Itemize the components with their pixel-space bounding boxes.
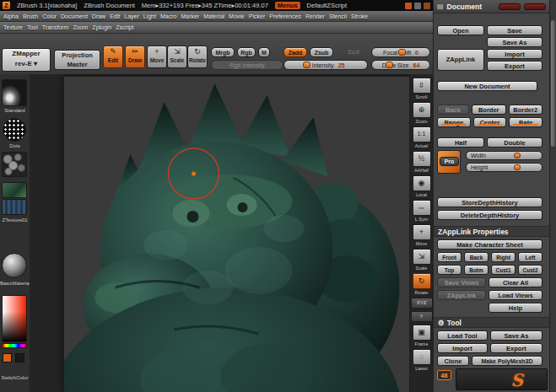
tool-import-button[interactable]: Import	[437, 343, 488, 353]
menu-item[interactable]: Brush	[23, 13, 38, 19]
slider-thumb[interactable]	[398, 49, 406, 56]
xyz-button[interactable]: XYZ	[411, 298, 433, 309]
shelf-rotate[interactable]: ↻ Rotate	[413, 273, 431, 296]
titlebar-gray-icon[interactable]	[414, 3, 421, 9]
tool-export-button[interactable]: Export	[490, 343, 543, 353]
menu-item[interactable]: Zscript	[116, 24, 133, 30]
menu-item[interactable]: Light	[143, 13, 156, 19]
aahalf-icon[interactable]: ½	[413, 151, 431, 167]
view-cust1-button[interactable]: Cust1	[491, 265, 516, 275]
tool-save-as-button[interactable]: Save As	[490, 330, 543, 341]
y-axis-button[interactable]: Y	[411, 311, 433, 322]
scrollbar-thumb[interactable]	[551, 20, 555, 147]
view-back-button[interactable]: Back	[464, 252, 489, 262]
menu-item[interactable]: Tool	[27, 24, 38, 30]
slider-thumb[interactable]	[514, 153, 521, 158]
mrgb-button[interactable]: Mrgb	[211, 47, 235, 57]
move-3d-icon[interactable]: +	[413, 224, 431, 240]
shelf-actual[interactable]: 1:1 Actual	[413, 126, 431, 149]
current-material-thumbnail[interactable]	[2, 253, 27, 278]
main-color-swatch[interactable]	[3, 353, 12, 362]
half-button[interactable]: Half	[437, 137, 484, 148]
menu-item[interactable]: Layer	[124, 13, 139, 19]
shelf-scroll[interactable]: ⇳ Scroll	[413, 78, 431, 100]
tool-palette-header[interactable]: ⚙ Tool	[434, 317, 549, 328]
center-slider[interactable]: Center	[473, 117, 507, 127]
zapplink-button[interactable]: ZAppLink	[437, 49, 484, 71]
titlebar-orange-icon[interactable]	[405, 3, 412, 9]
shelf-lasso[interactable]: ◌ Lasso	[413, 349, 431, 372]
shelf-y[interactable]: Y	[411, 311, 433, 323]
menu-item[interactable]: Render	[305, 13, 325, 19]
projection-master-button[interactable]: Projection Master	[54, 50, 100, 70]
slider-thumb[interactable]	[303, 62, 310, 68]
range-slider[interactable]: Range	[437, 117, 471, 127]
save-as-button[interactable]: Save As	[487, 37, 543, 47]
document-palette-header[interactable]: ▤ Document	[434, 0, 549, 13]
current-alpha-thumbnail[interactable]	[2, 152, 27, 177]
delete-depth-history-button[interactable]: DeleteDepthHistory	[437, 210, 543, 220]
scroll-icon[interactable]: ⇳	[413, 78, 431, 94]
zoom-icon[interactable]: ⊕	[413, 102, 431, 118]
open-button[interactable]: Open	[437, 25, 484, 35]
shelf-scale[interactable]: ⇲ Scale	[413, 249, 431, 271]
menu-item[interactable]: Material	[203, 13, 224, 19]
zscript-name[interactable]: DefaultZScript	[307, 2, 348, 9]
new-document-button[interactable]: New Document	[437, 81, 537, 91]
height-slider[interactable]: Height	[466, 163, 543, 172]
load-tool-button[interactable]: Load Tool	[437, 330, 488, 341]
menu-item[interactable]: Zoom	[73, 24, 88, 30]
rotate-3d-icon[interactable]: ↻	[413, 273, 431, 289]
menus-button[interactable]: Menus	[275, 2, 300, 9]
menu-item[interactable]: Stencil	[329, 13, 347, 19]
menu-item[interactable]: Draw	[92, 13, 105, 19]
texture-thumbnail-2[interactable]	[2, 199, 27, 215]
make-character-sheet-button[interactable]: Make Character Sheet	[437, 239, 543, 250]
move-mode-button[interactable]: + Move	[147, 46, 167, 68]
lsym-icon[interactable]: ⇔	[413, 200, 431, 216]
shelf-zoom[interactable]: ⊕ Zoom	[413, 102, 431, 125]
shelf-aahalf[interactable]: ½ AAHalf	[413, 151, 431, 174]
menu-item[interactable]: Movie	[229, 13, 245, 19]
rate-slider[interactable]: Rate	[509, 117, 543, 127]
view-right-button[interactable]: Right	[491, 252, 516, 262]
texture-thumbnail-1[interactable]	[2, 182, 27, 198]
canvas-area[interactable]	[30, 74, 410, 392]
slider-thumb[interactable]	[386, 62, 393, 68]
help-button[interactable]: Help	[489, 303, 543, 313]
rgb-intensity-slider[interactable]: Rgb Intensity	[211, 60, 283, 70]
menu-item[interactable]: Edit	[110, 13, 120, 19]
menu-item[interactable]: Picker	[249, 13, 265, 19]
menu-item[interactable]: Alpha	[3, 13, 19, 19]
frame-icon[interactable]: ▣	[413, 325, 431, 341]
menu-item[interactable]: Marker	[181, 13, 199, 19]
z-intensity-slider[interactable]: Z Intensity 25	[283, 60, 368, 70]
view-botm-button[interactable]: Botm	[464, 265, 489, 275]
zsub-button[interactable]: Zsub	[310, 47, 333, 57]
palette-quick-button-2[interactable]	[524, 3, 546, 10]
switch-color-button[interactable]: SwitchColor	[0, 375, 30, 380]
export-button[interactable]: Export	[487, 61, 543, 71]
zbrush-document[interactable]	[63, 76, 410, 392]
slider-thumb[interactable]	[514, 164, 521, 170]
canvas-3d-sculpt[interactable]	[64, 77, 409, 392]
current-tool-thumbnail[interactable]: S	[456, 368, 548, 390]
menu-item[interactable]: Macro	[160, 13, 176, 19]
scale-3d-icon[interactable]: ⇲	[413, 249, 431, 265]
double-button[interactable]: Double	[487, 137, 543, 148]
focal-shift-slider[interactable]: Focal Shift 0	[371, 47, 430, 57]
m-button[interactable]: M	[258, 47, 270, 57]
pro-button[interactable]: Pro	[440, 157, 459, 166]
palette-quick-button-1[interactable]	[499, 3, 521, 10]
lasso-icon[interactable]: ◌	[413, 349, 431, 365]
draw-size-slider[interactable]: Draw Size 64	[371, 60, 430, 70]
zadd-button[interactable]: Zadd	[283, 47, 307, 57]
border2-button[interactable]: Border2	[509, 105, 543, 115]
tool-inventory-slider[interactable]: 48	[437, 370, 451, 380]
menu-item[interactable]: Zplugin	[92, 24, 111, 30]
save-button[interactable]: Save	[487, 25, 543, 35]
secondary-color-swatch[interactable]	[15, 353, 24, 362]
clear-all-button[interactable]: Clear All	[489, 277, 543, 287]
zapplink-properties-header[interactable]: ZAppLink Properties	[434, 226, 549, 237]
make-polymesh3d-button[interactable]: Make PolyMesh3D	[472, 356, 543, 366]
